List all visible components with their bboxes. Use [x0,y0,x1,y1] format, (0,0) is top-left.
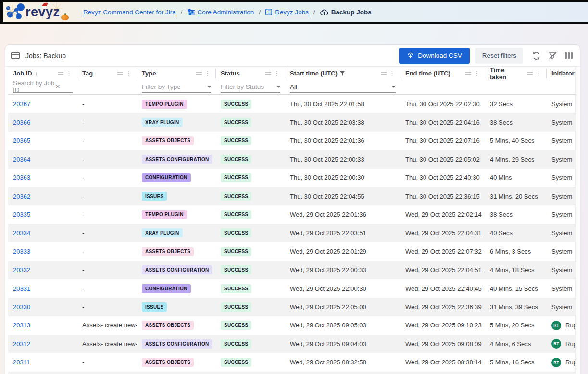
table-row: 20367 - TEMPO PLUGIN SUCCESS Thu, 30 Oct… [8,95,580,113]
column-header-start-time[interactable]: Start time (UTC) ⋮ [285,69,400,78]
column-filter-icon[interactable] [381,72,387,75]
type-badge: ISSUES [142,192,167,201]
table-row: 20312 Assets- create new- D ASSETS CONFI… [8,335,580,353]
end-time-cell: Thu, 30 Oct 2025 22:04:16 [400,119,485,126]
refresh-icon[interactable] [532,51,541,60]
job-id-link[interactable]: 20332 [13,266,30,274]
column-filter-icon[interactable] [58,72,63,75]
end-time-cell: Wed, 29 Oct 2025 22:40:45 [400,285,485,292]
type-badge: ASSETS OBJECTS [142,247,194,256]
reset-filters-button[interactable]: Reset filters [475,48,523,64]
column-menu-icon[interactable]: ⋮ [274,70,280,76]
time-taken-cell: 6 Mins, 3 Secs [485,248,547,255]
cloud-backup-icon [320,9,328,15]
job-id-link[interactable]: 20333 [13,248,30,255]
table-row: 20335 - TEMPO PLUGIN SUCCESS Wed, 29 Oct… [8,205,580,224]
tag-cell: - [77,100,137,108]
start-time-cell: Wed, 29 Oct 2025 22:00:33 [285,266,400,274]
column-header-job-id[interactable]: Job ID ↓ ⋮ [8,69,77,78]
column-header-tag[interactable]: Tag ⋮ [77,69,137,78]
start-time-filter-select[interactable]: All [290,81,396,93]
start-time-cell: Wed, 29 Oct 2025 22:03:51 [285,229,400,237]
column-filter-icon[interactable] [196,72,202,75]
job-id-link[interactable]: 20335 [13,211,30,218]
time-taken-cell: 40 Mins, 15 Secs [485,285,547,292]
table-filter-row: Search by Job ID ✕ Filter by Type Filter… [8,80,580,95]
chevron-down-icon[interactable] [276,86,280,88]
chevron-down-icon[interactable] [392,86,396,88]
start-time-cell: Wed, 29 Oct 2025 09:05:03 [285,322,400,329]
time-taken-cell: 4 Mins, 18 Secs [485,266,547,274]
column-menu-icon[interactable]: ⋮ [474,70,480,76]
column-filter-icon[interactable] [527,72,533,75]
type-badge: ASSETS OBJECTS [142,136,194,145]
column-menu-icon[interactable]: ⋮ [66,70,72,76]
active-filter-funnel-icon [340,71,345,76]
vertical-scrollbar[interactable] [575,67,580,374]
job-id-link[interactable]: 20334 [13,229,30,237]
job-id-link[interactable]: 20313 [13,322,30,329]
column-label: Status [221,70,240,77]
time-taken-cell: 5 Mins, 40 Secs [485,137,547,144]
filter-off-icon[interactable] [548,51,557,60]
type-badge: ASSETS OBJECTS [142,321,194,330]
breadcrumb-link-core-administration[interactable]: Core Administration [198,9,254,16]
job-id-link[interactable]: 20311 [13,359,30,366]
job-id-link[interactable]: 20331 [13,285,30,292]
table-row: 20362 - ISSUES SUCCESS Thu, 30 Oct 2025 … [8,187,580,205]
column-header-end-time[interactable]: End time (UTC) ⋮ [400,69,485,78]
column-header-type[interactable]: Type ⋮ [137,69,216,78]
type-badge: CONFIGURATION [142,284,191,293]
breadcrumb-link-command-center[interactable]: Revyz Command Center for Jira [83,9,176,16]
tag-cell: - [77,359,137,366]
status-badge: SUCCESS [221,321,251,330]
column-menu-icon[interactable]: ⋮ [125,70,132,76]
clear-search-icon[interactable]: ✕ [55,83,73,90]
time-taken-cell: 4 Mins, 29 Secs [485,156,547,163]
page-title: Jobs: Backup [25,52,66,60]
column-menu-icon[interactable]: ⋮ [204,70,211,76]
job-id-link[interactable]: 20364 [13,156,30,163]
status-badge: SUCCESS [221,136,251,145]
job-id-link[interactable]: 20363 [13,174,30,181]
start-time-cell: Thu, 30 Oct 2025 22:03:38 [285,119,400,126]
job-id-search-placeholder: Search by Job ID [13,79,55,94]
status-badge: SUCCESS [221,339,251,349]
column-filter-icon[interactable] [117,72,123,75]
job-id-link[interactable]: 20362 [13,193,30,200]
job-id-search-input[interactable]: Search by Job ID ✕ [13,81,73,93]
column-filter-icon[interactable] [265,72,271,75]
column-header-time-taken[interactable]: Time taken ⋮ [485,69,547,78]
status-filter-select[interactable]: Filter by Status [221,81,280,93]
table-row: 20363 - CONFIGURATION SUCCESS Thu, 30 Oc… [8,169,580,187]
table-row: 20333 - ASSETS OBJECTS SUCCESS Wed, 29 O… [8,242,580,261]
type-filter-select[interactable]: Filter by Type [142,81,211,93]
job-id-link[interactable]: 20365 [13,137,30,144]
columns-icon[interactable] [564,51,573,60]
time-taken-cell: 38 Secs [485,119,547,126]
table-row: 20330 - ISSUES SUCCESS Wed, 29 Oct 2025 … [8,298,580,316]
chevron-down-icon[interactable] [207,86,211,88]
job-id-link[interactable]: 20366 [13,119,30,126]
end-time-cell: Wed, 29 Oct 2025 22:36:39 [400,303,485,311]
breadcrumb-separator: / [180,9,184,16]
window-chrome: revyz Revyz Command Center for Jira / Co… [0,0,588,24]
end-time-cell: Thu, 30 Oct 2025 22:40:30 [400,174,485,181]
column-filter-icon[interactable] [465,72,471,75]
job-id-link[interactable]: 20312 [13,340,30,348]
tag-cell: - [77,285,137,292]
column-menu-icon[interactable]: ⋮ [535,70,541,76]
tag-cell: - [77,229,137,237]
download-csv-button[interactable]: Download CSV [399,48,470,64]
breadcrumb-link-revyz-jobs[interactable]: Revyz Jobs [275,9,309,16]
start-time-cell: Wed, 29 Oct 2025 22:00:30 [285,285,400,292]
sort-desc-icon[interactable]: ↓ [35,70,38,77]
job-id-link[interactable]: 20330 [13,303,30,311]
job-id-link[interactable]: 20367 [13,100,30,108]
time-taken-cell: 32 Secs [485,100,547,108]
table-row: 20311 - ASSETS OBJECTS SUCCESS Wed, 29 O… [8,353,580,371]
table-row: 20365 - ASSETS OBJECTS SUCCESS Thu, 30 O… [8,132,580,150]
column-header-status[interactable]: Status ⋮ [216,69,285,78]
column-label: Type [142,70,156,77]
column-menu-icon[interactable]: ⋮ [389,70,395,76]
